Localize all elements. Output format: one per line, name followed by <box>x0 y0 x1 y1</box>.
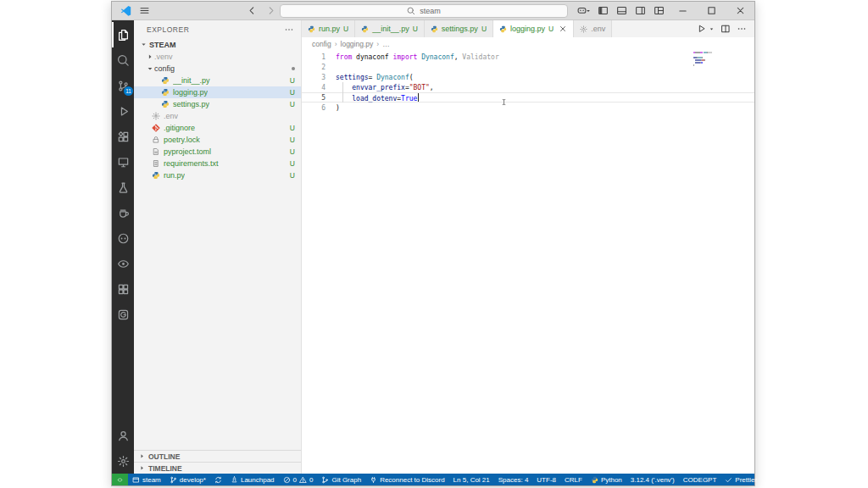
file-label: requirements.txt <box>164 159 219 168</box>
close-window-button[interactable] <box>726 2 754 20</box>
account-button[interactable] <box>112 423 134 448</box>
status-label: Launchpad <box>241 476 275 484</box>
tree-item-gitignore[interactable]: .gitignoreU <box>134 122 301 134</box>
status-label: steam <box>142 476 161 484</box>
breadcrumb-config[interactable]: config <box>312 40 331 48</box>
activity-source-control[interactable]: 11 <box>112 73 134 98</box>
tree-item-env[interactable]: .env <box>134 110 301 122</box>
tree-item-config[interactable]: config <box>134 63 301 75</box>
more-actions-icon[interactable] <box>284 25 294 35</box>
testing-icon <box>117 181 130 194</box>
git-sync-status[interactable] <box>210 474 226 485</box>
text-cursor <box>418 93 419 102</box>
cursor-position-status[interactable]: Ln 5, Col 21 <box>449 474 494 485</box>
project-status[interactable]: steam <box>128 474 165 485</box>
customize-layout-icon <box>654 5 665 16</box>
toml-icon <box>152 147 160 156</box>
status-label: 0 <box>309 476 313 484</box>
project-section-header[interactable]: STEAM <box>134 38 301 51</box>
activity-extension-coffee[interactable] <box>112 200 134 225</box>
run-python-file-button[interactable] <box>696 24 706 34</box>
menu-button[interactable] <box>135 2 153 20</box>
panel-outline[interactable]: OUTLINE <box>134 450 301 462</box>
codegpt-status[interactable]: CODEGPT <box>679 474 721 485</box>
nav-forward-button[interactable] <box>261 2 280 20</box>
tab-run-py[interactable]: run.pyU <box>302 20 355 37</box>
editor-more-actions-button[interactable] <box>737 24 747 34</box>
nav-back-button[interactable] <box>242 2 261 20</box>
vscode-logo-icon <box>120 5 131 16</box>
command-center-search[interactable]: steam <box>280 4 568 18</box>
code-editor[interactable]: 1from dynaconf import Dynaconf, Validato… <box>302 50 754 474</box>
tree-item-settings-py[interactable]: settings.pyU <box>134 98 301 110</box>
sync-icon <box>214 476 222 484</box>
sidebar-panels: OUTLINETIMELINE <box>134 450 301 474</box>
language-mode-status[interactable]: Python <box>587 474 626 485</box>
toggle-primary-sidebar-button[interactable] <box>593 2 612 20</box>
remote-indicator[interactable] <box>112 474 128 485</box>
toggle-panel-button[interactable] <box>612 2 631 20</box>
minimize-button[interactable] <box>668 2 697 20</box>
file-tree: .venvconfig__init__.pyUlogging.pyUsettin… <box>134 51 301 181</box>
file-label: pyproject.toml <box>164 147 211 156</box>
tree-item-pyproject-toml[interactable]: pyproject.tomlU <box>134 146 301 158</box>
code-line-1: 1from dynaconf import Dynaconf, Validato… <box>302 52 754 62</box>
manage-settings-button[interactable] <box>112 448 134 474</box>
tree-item-init-py[interactable]: __init__.pyU <box>134 75 301 86</box>
breadcrumbs[interactable]: config›logging.py›… <box>302 37 754 50</box>
encoding-status[interactable]: UTF-8 <box>532 474 560 485</box>
breadcrumb-item[interactable]: … <box>382 40 390 48</box>
explorer-header: EXPLORER <box>134 20 301 38</box>
activity-search[interactable] <box>112 47 134 73</box>
tree-item-logging-py[interactable]: logging.pyU <box>134 86 301 98</box>
code-line-5: 5 load_dotenv=True <box>302 92 754 103</box>
line-number: 5 <box>302 94 336 102</box>
activity-codegpt[interactable] <box>112 302 134 327</box>
close-tab-icon[interactable] <box>559 25 567 33</box>
activity-bar: 11 <box>112 20 134 474</box>
activity-extension-blocks[interactable] <box>112 276 134 302</box>
tab-logging-py[interactable]: logging.pyU <box>493 20 574 37</box>
launchpad-status[interactable]: Launchpad <box>226 474 279 485</box>
eol-status[interactable]: CRLF <box>560 474 587 485</box>
error-icon <box>283 476 291 484</box>
activity-explorer[interactable] <box>112 22 134 47</box>
prettier-status[interactable]: Prettier <box>721 474 761 485</box>
line-number: 2 <box>302 64 336 71</box>
git-branch-status[interactable]: develop* <box>165 474 210 485</box>
maximize-button[interactable] <box>697 2 726 20</box>
activity-extensions[interactable] <box>112 124 134 149</box>
minimap[interactable] <box>693 52 724 67</box>
activity-testing[interactable] <box>112 175 134 200</box>
breadcrumb-logging-py[interactable]: logging.py <box>341 40 374 48</box>
activity-run-and-debug[interactable] <box>112 98 134 124</box>
tree-item-venv[interactable]: .venv <box>134 51 301 63</box>
tab-label: settings.py <box>442 25 478 33</box>
activity-extension-eye[interactable] <box>112 251 134 276</box>
toggle-secondary-sidebar-button[interactable] <box>631 2 649 20</box>
activity-extension-discord[interactable] <box>112 225 134 251</box>
tree-item-poetry-lock[interactable]: poetry.lockU <box>134 134 301 146</box>
indentation-status[interactable]: Spaces: 4 <box>494 474 533 485</box>
notifications-bell[interactable] <box>761 474 777 485</box>
git-graph-status[interactable]: Git Graph <box>317 474 365 485</box>
status-label: 0 <box>293 476 297 484</box>
activity-remote-explorer[interactable] <box>112 149 134 175</box>
workbench: 11 EXPLORER STEAM .venvconfig__init__.py… <box>112 20 754 474</box>
search-label: steam <box>420 7 441 15</box>
split-editor-button[interactable] <box>721 24 731 34</box>
tab-settings-py[interactable]: settings.pyU <box>425 20 493 37</box>
tab-env[interactable]: .env <box>574 20 612 37</box>
copilot-button[interactable] <box>575 2 593 20</box>
panel-timeline[interactable]: TIMELINE <box>134 462 301 474</box>
python-icon <box>308 25 315 33</box>
tree-item-requirements-txt[interactable]: requirements.txtU <box>134 158 301 169</box>
tab-init-py[interactable]: __init__.pyU <box>355 20 425 37</box>
customize-layout-button[interactable] <box>649 2 668 20</box>
graph-icon <box>321 476 329 484</box>
tree-item-run-py[interactable]: run.pyU <box>134 169 301 181</box>
problems-status[interactable]: 00 <box>279 474 318 485</box>
discord-status[interactable]: Reconnect to Discord <box>365 474 448 485</box>
search-icon <box>117 54 130 67</box>
python-interpreter-status[interactable]: 3.12.4 ('.venv') <box>626 474 679 485</box>
